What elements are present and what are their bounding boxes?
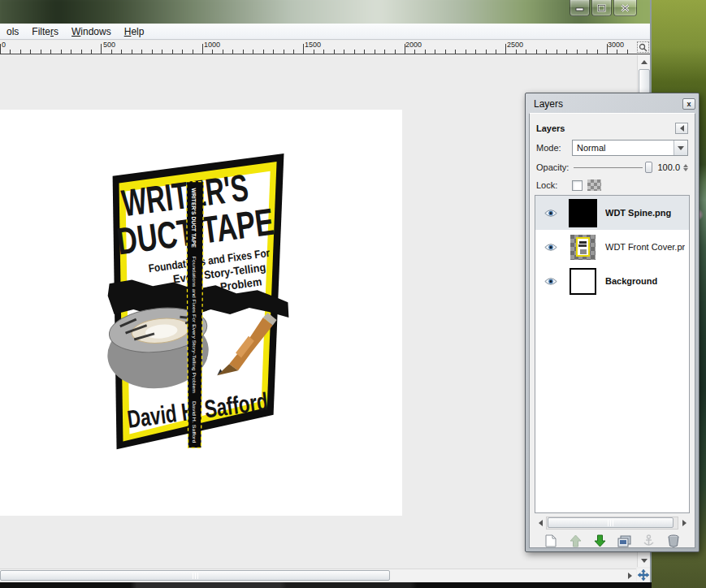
menu-item-tools-partial[interactable]: ols [0, 24, 25, 39]
opacity-label: Opacity: [536, 162, 572, 172]
layer-name[interactable]: Background [605, 276, 657, 286]
spine-layer[interactable]: WRITER'S DUCT TAPE Foundations and Fixes… [187, 182, 204, 448]
right-arrow-icon [682, 520, 687, 526]
desktop: ols Filters Windows Help 0 500 1000 1500… [0, 0, 706, 588]
layers-dialog-close-button[interactable]: x [682, 98, 695, 110]
close-icon [621, 4, 630, 12]
mode-dropdown-button[interactable] [674, 141, 687, 155]
spine-author-text: David H. Safford [192, 401, 197, 443]
layers-dialog-titlebar[interactable]: Layers x [529, 96, 695, 112]
mode-label: Mode: [536, 143, 572, 153]
horizontal-scrollbar[interactable] [0, 569, 636, 582]
lower-layer-button[interactable] [590, 533, 609, 549]
eye-icon [544, 243, 557, 252]
layer-thumbnail [570, 268, 596, 295]
raise-layer-icon [570, 534, 582, 547]
anchor-icon [643, 534, 655, 547]
ruler-label: 1500 [305, 41, 321, 49]
ruler-label: 2500 [507, 41, 523, 49]
canvas-page: WRITER'S DUCT TAPE Foundations and Fixes… [0, 110, 402, 516]
scroll-right-button[interactable] [678, 517, 690, 529]
raise-layer-button[interactable] [565, 533, 585, 549]
horizontal-ruler[interactable]: 0 500 1000 1500 2000 2500 3000 [0, 41, 636, 54]
scroll-grip [608, 520, 613, 526]
new-layer-icon [545, 534, 557, 547]
spine-title-text: WRITER'S DUCT TAPE [191, 188, 197, 249]
maximize-button[interactable] [591, 0, 612, 16]
anchor-layer-button[interactable] [639, 533, 659, 549]
layer-thumbnail [569, 199, 597, 227]
layer-list-scrollbar[interactable] [535, 517, 690, 530]
minimize-icon [575, 4, 584, 11]
ruler-label: 500 [103, 41, 115, 49]
minimize-button[interactable] [570, 0, 590, 16]
menu-bar: ols Filters Windows Help [0, 24, 650, 40]
scroll-up-button[interactable] [639, 56, 650, 67]
layer-row-spine[interactable]: WDT Spine.png [535, 196, 689, 230]
lock-label: Lock: [536, 180, 572, 190]
scroll-right-button[interactable] [624, 570, 635, 582]
layer-list: WDT Spine.png WDT Front Cover.pr [535, 195, 690, 513]
opacity-spinner[interactable] [683, 164, 688, 171]
ruler-label: 0 [2, 41, 6, 49]
slider-track [574, 167, 643, 168]
maximize-icon [597, 4, 606, 12]
lock-alpha-icon[interactable] [587, 179, 601, 191]
menu-item-filters[interactable]: Filters [25, 24, 65, 39]
scroll-down-button[interactable] [639, 555, 650, 566]
lock-checkbox[interactable] [572, 180, 583, 191]
ruler-label: 3000 [608, 41, 624, 49]
opacity-value: 100.0 [654, 162, 682, 172]
slider-thumb[interactable] [645, 162, 652, 173]
ruler-label: 1000 [204, 41, 220, 49]
zoom-region-button[interactable] [637, 41, 649, 53]
spinner-up-icon [683, 164, 688, 167]
scroll-left-button[interactable] [535, 517, 546, 529]
opacity-slider[interactable] [572, 161, 654, 174]
visibility-toggle[interactable] [535, 277, 566, 286]
scroll-thumb[interactable] [548, 517, 674, 528]
spinner-down-icon [683, 168, 688, 171]
panel-menu-button[interactable] [675, 123, 688, 134]
close-button[interactable] [613, 0, 637, 16]
chevron-down-icon [678, 146, 684, 150]
duplicate-layer-button[interactable] [615, 533, 635, 549]
magnifier-icon [639, 43, 648, 52]
layers-panel-label: Layers [536, 123, 675, 133]
canvas-pan-button[interactable] [637, 569, 650, 582]
down-arrow-icon [641, 559, 648, 563]
window-titlebar[interactable] [0, 0, 650, 24]
menu-item-help[interactable]: Help [118, 24, 151, 39]
layer-name[interactable]: WDT Spine.png [605, 208, 671, 218]
titlebar-glass [0, 0, 650, 24]
mode-value: Normal [573, 143, 674, 153]
layer-row-front-cover[interactable]: WDT Front Cover.pr [535, 230, 689, 264]
trash-icon [668, 534, 679, 547]
delete-layer-button[interactable] [664, 533, 683, 549]
layers-dialog-body: Layers Mode: Normal Opacity: [529, 113, 695, 548]
visibility-toggle[interactable] [535, 243, 566, 252]
new-layer-button[interactable] [541, 533, 561, 549]
layer-name[interactable]: WDT Front Cover.pr [605, 242, 685, 252]
layer-row-background[interactable]: Background [535, 264, 689, 298]
left-arrow-icon [539, 520, 543, 526]
layers-dialog-title: Layers [529, 98, 682, 110]
layers-dialog[interactable]: Layers x Layers Mode: Normal Opacity: [525, 93, 700, 552]
scroll-grip [193, 573, 198, 579]
layer-thumbnail [570, 235, 596, 260]
lower-layer-icon [594, 534, 606, 547]
mode-dropdown[interactable]: Normal [572, 140, 688, 156]
layer-action-buttons [535, 533, 690, 549]
menu-item-windows[interactable]: Windows [65, 24, 118, 39]
up-arrow-icon [641, 60, 648, 64]
right-arrow-icon [628, 573, 632, 579]
ruler-label: 2000 [405, 41, 422, 49]
window-controls [570, 0, 639, 16]
eye-icon [544, 209, 557, 218]
eye-icon [544, 277, 557, 286]
visibility-toggle[interactable] [535, 209, 566, 218]
left-arrow-icon [680, 125, 684, 132]
spine-subtitle-text: Foundations and Fixes For Every Story-Te… [192, 257, 197, 394]
duplicate-layer-icon [617, 535, 631, 547]
horizontal-scroll-thumb[interactable] [0, 570, 390, 581]
